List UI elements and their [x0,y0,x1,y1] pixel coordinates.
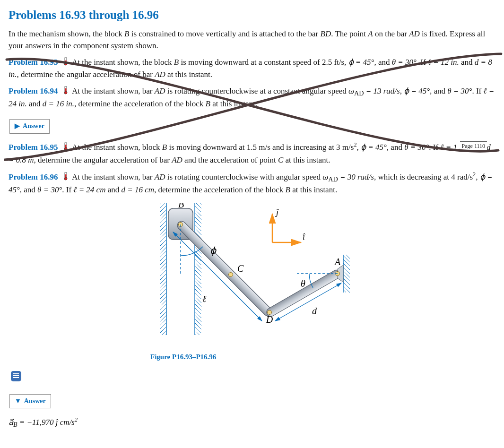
svg-rect-22 [265,268,342,318]
label-C: C [237,263,244,274]
label-D: D [266,314,273,325]
t: is moving downward at a constant speed o… [179,58,348,67]
svg-rect-14 [195,203,201,335]
t: θ = 30° [404,143,429,152]
problem-16-95: Page 1110 Problem 16.95 At the instant s… [9,141,495,166]
difficulty-icon [64,86,68,98]
t: At the instant shown, block B is moving … [72,143,354,152]
t: ϕ = 45° [404,86,430,95]
svg-rect-32 [13,373,19,374]
answer-96-value: a⃗B = −11,970 ĵ cm/s2 [9,416,495,430]
answer-label: Answer [23,122,44,129]
t: , and [387,143,404,152]
svg-line-27 [173,232,262,321]
t: , determine the acceleration of the bloc… [154,185,337,194]
t: , [400,86,404,95]
t: . If [429,143,440,152]
t: , determine the acceleration of the bloc… [74,99,257,108]
svg-point-2 [64,62,67,65]
t: and [27,99,43,108]
svg-point-11 [64,177,67,180]
t: B [13,421,17,428]
difficulty-icon [64,172,68,184]
t: θ = 30° [392,58,417,67]
t: , and [374,58,391,67]
triangle-right-icon: ▶ [15,121,20,131]
label-jhat: ĵ [275,207,279,217]
p96-text: At the instant shown, bar AD is rotating… [9,172,492,194]
t: ℓ = 12 in. [428,58,459,67]
mechanism-figure: B C A D ϕ θ ℓ d ĵ î [150,203,358,345]
label-ihat: î [303,232,305,241]
problem-16-93: Problem 16.93 At the instant shown, the … [9,57,495,81]
t: , determine the angular acceleration of … [34,155,330,164]
label-phi: ϕ [210,245,217,256]
svg-rect-10 [65,174,66,177]
triangle-down-icon: ▼ [15,396,21,406]
t: a⃗ [9,418,13,427]
section-title: Problems 16.93 through 16.96 [9,7,495,24]
problem-16-96: Problem 16.96 At the instant shown, bar … [9,171,495,196]
problem-label: Problem 16.94 [9,86,58,95]
t: , and [430,86,447,95]
t: and [459,58,475,67]
t: . If [472,86,483,95]
p95-text: At the instant shown, block B is moving … [9,143,491,164]
t: , which is decreasing at 4 rad/s [374,172,473,181]
label-d: d [312,306,317,316]
answer-toggle-94[interactable]: ▶Answer [9,119,50,133]
t: At the instant shown, bar AD is rotating… [72,172,322,181]
problem-label: Problem 16.95 [9,143,58,152]
label-B: B [178,203,184,209]
difficulty-icon [64,57,68,69]
svg-point-21 [229,272,233,276]
figure: B C A D ϕ θ ℓ d ĵ î Figure P16.93–P16.96 [150,203,495,362]
label-A: A [334,257,341,267]
crossed-out-block: Problem 16.93 At the instant shown, the … [9,57,495,166]
svg-rect-4 [65,88,66,91]
page-badge: Page 1110 [460,141,487,151]
t: , and [20,185,37,194]
svg-rect-1 [65,60,66,62]
t: , [357,143,361,152]
answer-toggle-96[interactable]: ▼Answer [9,394,51,408]
t: 2 [75,416,78,423]
t: . If [62,185,73,194]
svg-rect-33 [13,375,19,376]
p94-text: At the instant shown, bar AD is rotating… [9,86,494,108]
t: d = 16 cm [121,185,154,194]
t: ϕ = 45° [361,143,387,152]
t: θ = 30° [37,185,62,194]
svg-rect-7 [65,145,66,147]
svg-point-8 [64,147,67,150]
svg-rect-34 [13,377,19,378]
answer-expr: a⃗B = −11,970 ĵ cm/s2 [9,418,78,427]
t: ϕ = 45° [348,58,374,67]
svg-rect-19 [175,219,274,318]
svg-rect-12 [160,203,166,335]
figure-caption: Figure P16.93–P16.96 [150,352,495,362]
t: d = 16 in. [43,99,74,108]
difficulty-icon [64,142,68,155]
svg-rect-16 [343,255,350,293]
label-theta: θ [301,278,305,289]
t: , [476,172,480,181]
problem-label: Problem 16.96 [9,172,58,181]
t: and [105,185,121,194]
answer-label: Answer [24,397,46,405]
p93-text: At the instant shown, the block B is mov… [9,58,492,79]
t: At the instant shown, bar AD is rotating… [72,86,348,95]
label-ell: ℓ [202,293,207,304]
t: , determine the angular acceleration of … [17,70,212,79]
problem-16-94: Problem 16.94 At the instant shown, bar … [9,86,495,110]
t: = −11,970 ĵ cm/s [17,418,75,427]
t: θ = 30° [447,86,472,95]
intro-text-content: In the mechanism shown, the block B is c… [9,29,485,50]
t: . If [417,58,428,67]
t: ℓ = 24 cm [73,185,105,194]
intro-text: In the mechanism shown, the block B is c… [9,28,495,52]
notes-icon[interactable] [9,370,23,387]
t: At the instant shown, the block [72,58,174,67]
svg-point-5 [64,91,67,94]
problem-label: Problem 16.93 [9,58,58,67]
